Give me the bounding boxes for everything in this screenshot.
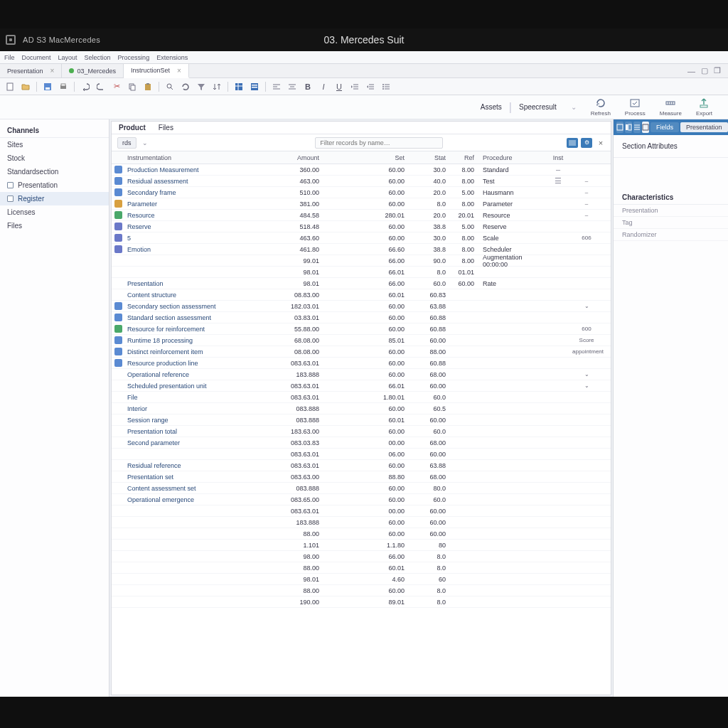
toolbar-table-view-button[interactable] <box>232 80 246 93</box>
sidebar-item-sites[interactable]: Sites <box>0 138 109 151</box>
toolbar-open-button[interactable] <box>18 80 33 93</box>
sidebar-item-stock[interactable]: Stock <box>0 151 109 165</box>
table-row[interactable]: 98.0066.008.0 <box>112 551 611 562</box>
col-inst[interactable]: Inst <box>544 154 572 161</box>
inspector-more-label[interactable]: Presentation <box>680 122 728 132</box>
table-row[interactable]: 98.014.6060 <box>112 574 611 585</box>
table-row[interactable]: Distinct reinforcement item08.08.0060.00… <box>112 346 611 358</box>
menu-file[interactable]: File <box>4 54 15 61</box>
filter-chip[interactable]: rds <box>117 137 136 149</box>
table-row[interactable]: Secondary frame510.0060.0020.05.00Hausma… <box>112 187 611 198</box>
table-row[interactable]: Operational reference183.88860.0068.00⌄ <box>112 369 611 380</box>
toolbar-undo-button[interactable] <box>78 80 92 93</box>
sidebar-item-presentation[interactable]: Presentation <box>0 178 109 192</box>
col-ref[interactable]: Ref <box>451 154 480 161</box>
table-row[interactable]: Presentation set083.63.0088.8068.00 <box>112 471 611 483</box>
view-toggle-button[interactable] <box>567 138 578 148</box>
toolbar-indent-button[interactable] <box>348 80 362 93</box>
table-row[interactable]: Second parameter083.03.8300.0068.00 <box>112 437 611 449</box>
toolbar-align-left-button[interactable] <box>269 80 284 93</box>
filter-input[interactable] <box>315 137 443 149</box>
table-row[interactable]: 88.0060.008.0 <box>112 585 611 596</box>
toolbar-underline-button[interactable]: U <box>332 80 346 93</box>
toolbar-paste-button[interactable] <box>141 80 155 93</box>
table-row[interactable]: Content structure08.83.0060.0160.83 <box>112 289 611 301</box>
table-row[interactable]: 98.0166.018.001.01 <box>112 267 611 278</box>
menu-selection[interactable]: Selection <box>85 54 111 61</box>
menu-processing[interactable]: Processing <box>118 54 150 61</box>
view-mode-3-button[interactable] <box>633 122 641 133</box>
large-measure-button[interactable]: Measure <box>653 97 689 117</box>
close-icon[interactable]: × <box>50 67 55 75</box>
toolbar-search-button[interactable] <box>163 80 177 93</box>
menu-document[interactable]: Document <box>22 54 51 61</box>
table-row[interactable]: Residual assessment463.0060.0040.08.00Te… <box>112 176 611 187</box>
sidebar-item-licenses[interactable]: Licenses <box>0 205 109 219</box>
sidebar-item-register[interactable]: Register <box>0 192 109 205</box>
cell-action[interactable]: ⌄ <box>572 372 601 378</box>
grid-tab-files[interactable]: Files <box>159 124 173 132</box>
table-row[interactable]: 190.0089.018.0 <box>112 596 611 608</box>
large-export-button[interactable]: Export <box>689 97 719 117</box>
inspector-prop[interactable]: Presentation <box>614 204 728 217</box>
table-row[interactable]: Interior083.88860.0060.5 <box>112 403 611 414</box>
col-instrumentation[interactable]: Instrumentation <box>126 154 254 161</box>
table-row[interactable]: Operational emergence083.65.0060.0060.0 <box>112 494 611 505</box>
action-assets[interactable]: Assets <box>473 103 509 111</box>
cell-action[interactable]: appointment <box>572 349 601 355</box>
table-row[interactable]: Presentation98.0166.0060.060.00Rate <box>112 278 611 289</box>
cell-action[interactable]: – <box>572 190 601 196</box>
cell-action[interactable]: 606 <box>572 235 601 241</box>
table-row[interactable]: Resource production line083.63.0160.0060… <box>112 358 611 369</box>
table-row[interactable]: Secondary section assessment182.03.0160.… <box>112 301 611 312</box>
chevron-down-icon[interactable]: ⌄ <box>142 139 148 146</box>
inspector-fields-label[interactable]: Fields <box>651 122 679 132</box>
table-row[interactable]: 1.1011.1.8080 <box>112 540 611 551</box>
table-row[interactable]: 183.88860.0060.00 <box>112 517 611 528</box>
cell-menu-icon[interactable]: ☰ <box>544 177 572 185</box>
table-row[interactable]: Runtime 18 processing68.08.0085.0160.00S… <box>112 335 611 346</box>
toolbar-refresh-button[interactable] <box>178 80 193 93</box>
col-procedure[interactable]: Procedure <box>480 154 544 161</box>
table-row[interactable]: Reserve518.4860.0038.85.00Reserve <box>112 221 611 232</box>
toolbar-italic-button[interactable]: I <box>316 80 331 93</box>
toolbar-new-button[interactable] <box>3 80 17 93</box>
large-refresh-button[interactable]: Refresh <box>584 97 618 117</box>
sidebar-item-standardsection[interactable]: Standardsection <box>0 165 109 178</box>
cell-action[interactable]: 600 <box>572 326 601 332</box>
table-row[interactable]: 99.0166.0090.08.00Augmentation 00:00:00 <box>112 255 611 267</box>
tab-alt[interactable]: 03_Mercedes <box>62 64 124 77</box>
toolbar-redo-button[interactable] <box>94 80 108 93</box>
table-row[interactable]: Presentation total183.63.0060.0060.0 <box>112 426 611 437</box>
toolbar-copy-button[interactable] <box>125 80 139 93</box>
minimize-icon[interactable]: — <box>687 67 695 75</box>
toolbar-bold-button[interactable]: B <box>301 80 315 93</box>
menu-extensions[interactable]: Extensions <box>156 54 188 61</box>
grid-settings-button[interactable]: ⚙ <box>581 138 592 148</box>
table-row[interactable]: Session range083.88860.0160.00 <box>112 414 611 426</box>
restore-icon[interactable]: ❐ <box>714 66 721 75</box>
cell-action[interactable]: – <box>572 178 601 184</box>
sidebar-item-files[interactable]: Files <box>0 219 109 232</box>
table-row[interactable]: Content assessment set083.88860.0080.0 <box>112 483 611 494</box>
table-row[interactable]: 5463.6060.0030.08.00Scale606 <box>112 232 611 244</box>
table-row[interactable]: Resource484.58280.0120.020.01Resource– <box>112 210 611 221</box>
col-set[interactable]: Set <box>332 154 417 161</box>
inspector-prop[interactable]: Tag <box>614 217 728 229</box>
toolbar-align-center-button[interactable] <box>285 80 299 93</box>
toolbar-filter-button[interactable] <box>194 80 208 93</box>
dropdown-icon[interactable]: ⌄ <box>564 103 584 111</box>
toolbar-cut-button[interactable]: ✂ <box>109 80 124 93</box>
toolbar-list-button[interactable] <box>379 80 393 93</box>
table-row[interactable]: Residual reference083.63.0160.0063.88 <box>112 460 611 471</box>
toolbar-form-view-button[interactable] <box>247 80 262 93</box>
large-process-button[interactable]: Process <box>618 97 653 117</box>
close-icon[interactable]: × <box>595 138 606 148</box>
table-row[interactable]: Resource for reinforcement55.88.0060.006… <box>112 323 611 335</box>
toolbar-save-button[interactable] <box>41 80 55 93</box>
grid-tab-product[interactable]: Product <box>119 124 146 132</box>
table-row[interactable]: Production Measurement360.0060.0030.08.0… <box>112 164 611 176</box>
table-row[interactable]: 083.63.0106.0060.00 <box>112 449 611 460</box>
toolbar-print-button[interactable] <box>56 80 70 93</box>
table-row[interactable]: 88.0060.018.0 <box>112 562 611 574</box>
